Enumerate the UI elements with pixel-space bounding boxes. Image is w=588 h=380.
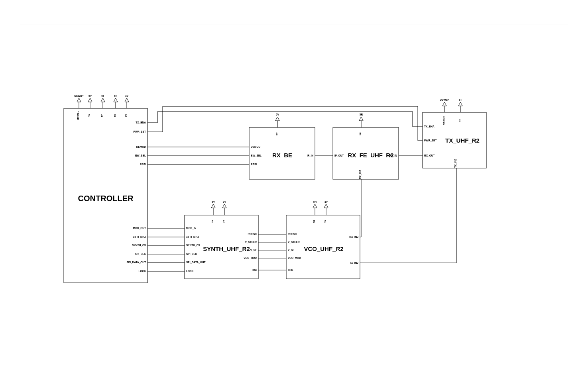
page: CONTROLLER USWB+ 5V 5T: [0, 0, 588, 380]
power-label: 3V: [324, 200, 328, 203]
controller-block: CONTROLLER USWB+ 5V 5T: [64, 94, 147, 283]
power-label: 5T: [101, 94, 104, 97]
pin-label: PRESC: [288, 233, 297, 235]
power-label: 3V: [223, 200, 226, 203]
power-label-internal: 5V: [275, 132, 278, 135]
rx-be-title: RX_BE: [272, 152, 292, 159]
pin-label: VCO_MOD: [244, 257, 257, 259]
pin-label: TX_ENA: [424, 125, 435, 128]
vco-block: VCO_UHF_R2 5R 3V 5R 3V PRESC V_STEER V_S…: [286, 200, 360, 279]
power-label-internal: 5T: [458, 119, 461, 121]
vco-title: VCO_UHF_R2: [304, 245, 343, 252]
pin-label: MOD_IN: [186, 227, 197, 229]
block-diagram: CONTROLLER USWB+ 5V 5T: [0, 0, 588, 380]
pin-label: SPI_DATA_OUT: [126, 261, 146, 264]
tx-title: TX_UHF_R2: [445, 137, 480, 144]
pin-label: TX_INJ: [454, 159, 457, 168]
pin-label: RX_INJ: [359, 170, 362, 179]
pin-label: V_SF: [288, 249, 294, 251]
power-label-internal: 3V: [222, 220, 225, 223]
power-label-internal: 3V: [324, 220, 326, 223]
pin-label: IF_IN: [307, 154, 313, 157]
pin-label: TRB: [252, 268, 257, 271]
pin-label: LOCK: [139, 270, 146, 272]
power-label-internal: USWB+: [442, 116, 445, 125]
pin-label: PWR_SET: [134, 130, 146, 133]
power-label: 5V: [212, 200, 215, 203]
pin-label: RX_INJ: [349, 235, 358, 238]
pin-label: V_STEER: [288, 241, 300, 243]
power-label-internal: 3V: [125, 114, 127, 117]
pin-label: V_SF: [250, 249, 257, 251]
pin-label: SYNTH_CS: [186, 244, 200, 247]
power-label: USWB+: [440, 98, 449, 101]
synth-title: SYNTH_UHF_R2: [203, 245, 250, 252]
power-label-internal: 5R: [114, 114, 116, 117]
synth-block: SYNTH_UHF_R2 5V 3V 5V 3V MOD_IN 16_8_MHZ…: [185, 200, 258, 279]
pin-label: SPI_CLK: [186, 253, 197, 255]
pin-label: BW_SEL: [135, 154, 146, 157]
power-label-internal: 5R: [359, 132, 362, 135]
power-label: 5V: [88, 94, 92, 97]
power-label: 5V: [276, 113, 279, 116]
pin-label: LOCK: [186, 270, 194, 272]
pin-label: PRESC: [248, 233, 257, 235]
power-label: 5R: [360, 113, 363, 116]
pin-label: RX_OUT: [424, 154, 435, 157]
rx-be-block: RX_BE 5V 5V DEMOD BW_SEL RSSI IF_IN: [249, 113, 315, 179]
pin-label: DEMOD: [251, 145, 261, 148]
pin-label: SPI_CLK: [135, 253, 146, 255]
pin-label: TRB: [288, 268, 293, 271]
pin-label: BW_SEL: [251, 154, 262, 157]
pin-label: SYNTH_CS: [132, 244, 146, 247]
tx-block: TX_UHF_R2 USWB+ 5T USWB+ 5T TX_ENA PWR_S…: [423, 98, 486, 168]
pin-label: IF_OUT: [334, 154, 344, 157]
pin-label: RX_IN: [389, 154, 397, 157]
pin-label: SPI_DATA_OUT: [186, 261, 206, 264]
pin-label: PWR_SET: [424, 139, 437, 142]
rx-fe-title: RX_FE_UHF_R2: [348, 152, 393, 159]
power-label: 5T: [459, 98, 462, 101]
pin-label: 16_8_MHZ: [186, 235, 199, 238]
power-label: 5R: [114, 94, 118, 97]
pin-label: TX_INJ: [350, 261, 358, 264]
pin-label: DEMOD: [136, 145, 146, 148]
power-label: USWB+: [74, 94, 84, 97]
pin-label: MOD_OUT: [133, 227, 146, 229]
pin-label: RSSI: [140, 163, 146, 166]
power-label-internal: 5T: [101, 114, 103, 117]
pin-label: 16_8_MHZ: [133, 235, 146, 238]
power-label-internal: USWB+: [77, 111, 79, 120]
pin-label: VCO_MOD: [288, 257, 301, 259]
controller-title: CONTROLLER: [78, 194, 134, 203]
power-label-internal: 5R: [313, 219, 315, 223]
power-label: 5R: [313, 200, 317, 203]
power-label-internal: 5V: [211, 220, 214, 223]
pin-label: TX_ENA: [136, 121, 146, 124]
power-label: 3V: [125, 94, 129, 97]
power-label-internal: 5V: [88, 114, 90, 117]
rx-fe-block: RX_FE_UHF_R2 5R 5R IF_OUT RX_IN RX_INJ: [333, 113, 399, 179]
pin-label: V_STEER: [245, 241, 257, 243]
pin-label: RSSI: [251, 163, 257, 166]
